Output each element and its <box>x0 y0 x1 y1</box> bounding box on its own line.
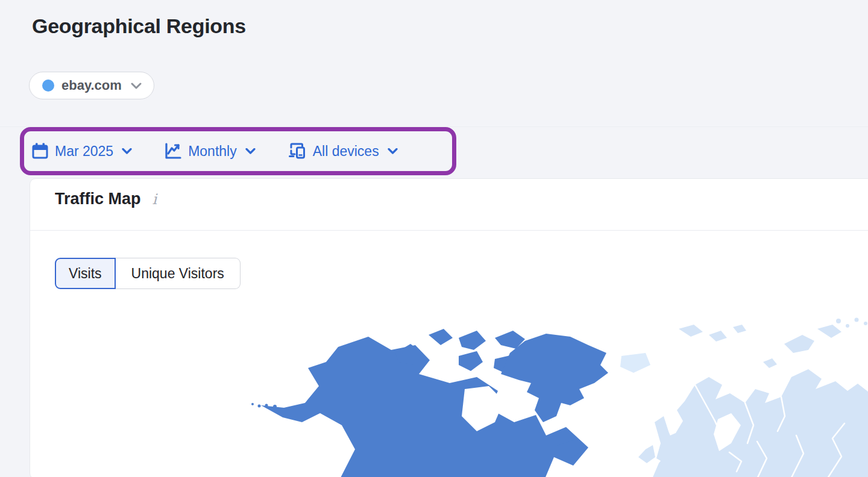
filter-toolbar: Mar 2025 Monthly All devices <box>32 127 398 175</box>
devices-label: All devices <box>313 143 379 160</box>
devices-dropdown[interactable]: All devices <box>288 142 398 160</box>
unique-visitors-tab[interactable]: Unique Visitors <box>116 258 241 289</box>
world-map[interactable] <box>30 314 868 477</box>
chevron-down-icon <box>245 148 256 154</box>
page-title: Geographical Regions <box>32 14 246 38</box>
granularity-label: Monthly <box>188 143 237 160</box>
line-chart-icon <box>165 143 181 160</box>
domain-label: ebay.com <box>61 78 122 93</box>
date-range-dropdown[interactable]: Mar 2025 <box>32 143 132 160</box>
chevron-down-icon <box>131 83 142 89</box>
devices-icon <box>288 142 306 160</box>
europe-russia-region[interactable] <box>620 318 868 477</box>
card-divider <box>30 230 868 231</box>
chevron-down-icon <box>122 148 132 154</box>
visits-tab[interactable]: Visits <box>55 258 116 289</box>
card-title: Traffic Map <box>55 190 141 208</box>
info-icon[interactable]: i <box>153 192 157 207</box>
granularity-dropdown[interactable]: Monthly <box>165 143 256 160</box>
traffic-map-card: Traffic Map i Visits Unique Visitors <box>30 178 868 477</box>
date-range-label: Mar 2025 <box>55 143 113 160</box>
domain-dot-icon <box>42 80 54 92</box>
domain-selector[interactable]: ebay.com <box>29 72 154 99</box>
calendar-icon <box>32 143 48 160</box>
metric-toggle: Visits Unique Visitors <box>55 258 241 289</box>
chevron-down-icon <box>388 148 398 154</box>
